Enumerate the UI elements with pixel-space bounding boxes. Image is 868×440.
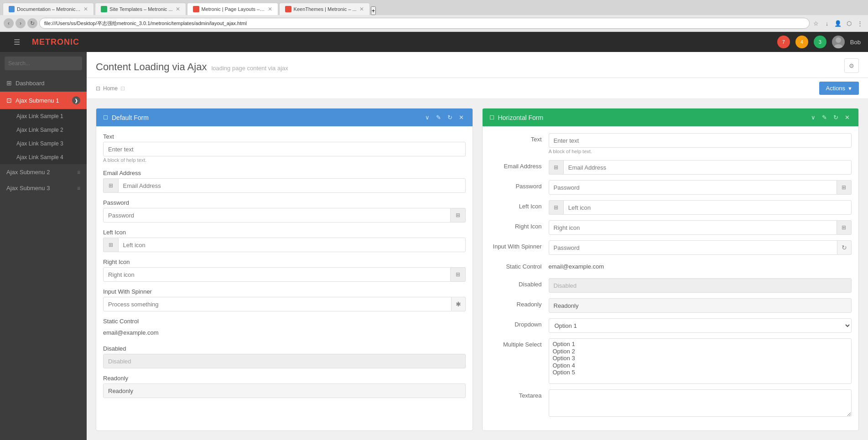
default-form-righticon-group: Right Icon ⊞ [103,259,466,282]
tab-title-4: KeenThemes | Metronic – ... [294,6,357,12]
settings-button[interactable]: ⚙ [844,58,859,73]
notification-badge-3[interactable]: 3 [814,36,826,48]
sidebar-item-ajax-link-2[interactable]: Ajax Link Sample 2 [0,123,87,137]
hform-lefticon-control: ⊞ [549,200,852,215]
extensions-icon[interactable]: ⬡ [844,19,853,28]
horizontal-form-close-button[interactable]: ✕ [843,113,852,122]
hform-password-addon: ⊞ [837,180,852,195]
lefticon-icon: ⊞ [109,242,113,248]
default-form-righticon-input[interactable] [103,267,451,282]
hform-textarea-input[interactable] [549,389,852,417]
hform-spinner-inputgroup: ↻ [549,240,852,255]
hform-password-label: Password [489,180,549,190]
hform-righticon-input[interactable] [549,220,837,235]
hform-disabled-label: Disabled [489,278,549,288]
password-addon-icon: ⊞ [456,212,460,218]
tab-close-1[interactable]: ✕ [83,6,88,12]
hform-password-input[interactable] [549,180,837,195]
hform-righticon-control: ⊞ [549,220,852,235]
browser-tab-3[interactable]: Metronic | Page Layouts – ... ✕ [187,3,278,15]
sidebar-item-ajax-link-4[interactable]: Ajax Link Sample 4 [0,150,87,164]
sidebar-item-ajax-submenu-2[interactable]: Ajax Submenu 2 ≡ [0,164,87,180]
default-form-collapse-button[interactable]: ∨ [423,113,431,122]
spinner-icon-btn[interactable]: ✱ [452,297,466,311]
notification-badge-2[interactable]: 4 [795,36,808,48]
hform-spinner-icon-btn[interactable]: ↻ [837,240,852,255]
hform-dropdown-group: Dropdown Option 1 Option 2 Option 3 [489,318,852,333]
hform-textarea-control [549,389,852,418]
user-avatar[interactable] [832,36,845,48]
horizontal-form-panel-title: Horizontal Form [498,114,544,121]
hform-email-input[interactable] [563,160,852,175]
sidebar-item-ajax-link-1[interactable]: Ajax Link Sample 1 [0,109,87,123]
hform-textarea-label: Textarea [489,389,549,399]
bookmark-star-icon[interactable]: ☆ [811,19,821,28]
hform-spinner-input[interactable] [549,240,838,255]
tab-title-3: Metronic | Page Layouts – ... [202,6,265,12]
default-form-readonly-input [103,383,466,398]
browser-tab-1[interactable]: Documentation – Metronic Ad... ✕ [3,3,94,15]
default-form-reload-button[interactable]: ↻ [446,113,454,122]
browser-tab-4[interactable]: KeenThemes | Metronic – ... ✕ [279,3,370,15]
default-form-panel-title-area: ☐ Default Form [103,114,149,121]
default-form-text-input[interactable] [103,142,466,156]
horizontal-form-reload-button[interactable]: ↻ [832,113,840,122]
hform-password-group: Password ⊞ [489,180,852,195]
tab-close-2[interactable]: ✕ [176,6,180,12]
default-form-close-button[interactable]: ✕ [457,113,466,122]
hform-disabled-input [549,278,852,293]
horizontal-form-panel-header: ☐ Horizontal Form ∨ ✎ ↻ ✕ [483,109,859,126]
default-form-spinner-group: Input With Spinner ✱ [103,288,466,311]
sidebar-search-input[interactable] [5,57,82,70]
hform-righticon-icon: ⊞ [842,224,846,231]
new-tab-button[interactable]: + [371,6,376,15]
tab-close-3[interactable]: ✕ [268,6,272,12]
default-form-password-input[interactable] [103,208,451,223]
browser-addressbar: ‹ › ↻ ☆ ↓ 👤 ⬡ ⋮ [0,15,868,31]
breadcrumb-home-label[interactable]: Home [103,85,118,92]
sidebar-item-dashboard[interactable]: ⊞ Dashboard [0,75,87,92]
address-bar[interactable] [39,18,810,29]
hform-multiselect-control: Option 1 Option 2 Option 3 Option 4 Opti… [549,338,852,384]
hform-lefticon-label: Left Icon [489,200,549,210]
sidebar-item-ajax-submenu-1[interactable]: ⊡ Ajax Submenu 1 ❱ [0,92,87,109]
user-icon[interactable]: 👤 [833,19,842,28]
hform-readonly-group: Readonly [489,298,852,313]
hform-lefticon-input[interactable] [563,200,852,215]
hform-text-label: Text [489,133,549,143]
default-form-lefticon-input[interactable] [118,238,466,252]
hform-dropdown-select[interactable]: Option 1 Option 2 Option 3 [549,318,852,333]
sidebar-item-ajax-submenu-3[interactable]: Ajax Submenu 3 ≡ [0,180,87,196]
refresh-button[interactable]: ↻ [27,18,37,28]
sidebar-toggle-button[interactable]: ☰ [7,33,26,51]
hform-multiselect-select[interactable]: Option 1 Option 2 Option 3 Option 4 Opti… [549,338,852,384]
default-form-spinner-input[interactable] [103,297,452,311]
back-button[interactable]: ‹ [4,18,14,28]
horizontal-form-body: Text A block of help text. Email Address [483,126,859,430]
hform-text-input[interactable] [549,133,852,148]
page-header: Content Loading via Ajax loading page co… [87,52,868,78]
browser-tab-2[interactable]: Site Templates – Metronic ... ✕ [95,3,186,15]
hform-email-icon: ⊞ [554,164,558,171]
menu-icon[interactable]: ⋮ [855,19,864,28]
forward-button[interactable]: › [16,18,26,28]
actions-button[interactable]: Actions ▼ [819,82,859,95]
default-form-text-group: Text A block of help text. [103,133,466,163]
tab-close-4[interactable]: ✕ [359,6,364,12]
svg-point-1 [834,44,843,48]
tab-title-2: Site Templates – Metronic ... [109,6,173,12]
default-form-righticon-label: Right Icon [103,259,466,265]
app-wrapper: ⊞ Dashboard ⊡ Ajax Submenu 1 ❱ Ajax Link… [0,52,868,440]
top-navigation: ☰ METRONIC 7 4 3 Bob [0,32,868,52]
sidebar-item-ajax-link-3[interactable]: Ajax Link Sample 3 [0,137,87,150]
default-form-edit-button[interactable]: ✎ [434,113,443,122]
horizontal-form-collapse-button[interactable]: ∨ [809,113,817,122]
default-form-email-input[interactable] [118,178,466,193]
default-form-email-group: Email Address ⊞ [103,170,466,193]
default-form-panel: ☐ Default Form ∨ ✎ ↻ ✕ Text A [96,108,473,431]
content-area: ☐ Default Form ∨ ✎ ↻ ✕ Text A [87,99,868,440]
download-icon[interactable]: ↓ [822,19,832,28]
notification-badge-1[interactable]: 7 [777,36,790,48]
horizontal-form-edit-button[interactable]: ✎ [820,113,829,122]
default-form-password-group: Password ⊞ [103,199,466,223]
